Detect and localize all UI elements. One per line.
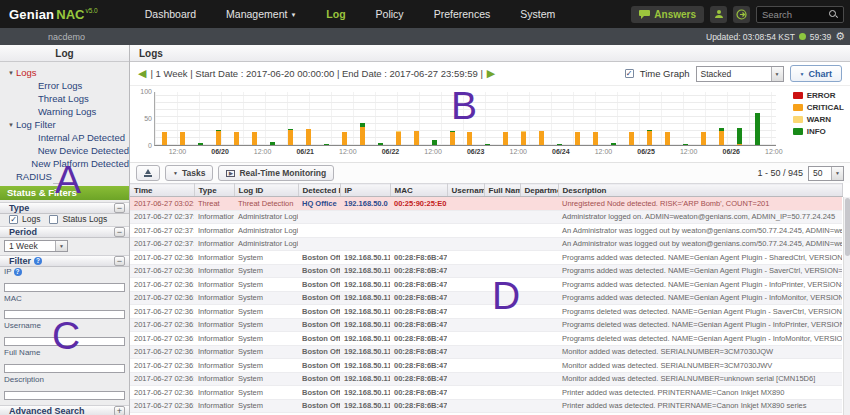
sidebar-item-warning-logs[interactable]: Warning Logs bbox=[0, 105, 129, 118]
period-section-header[interactable]: Period − bbox=[0, 226, 129, 238]
type-collapse-button[interactable]: − bbox=[114, 203, 125, 213]
table-row[interactable]: 2017-06-27 02:37:51InformationAdministra… bbox=[130, 210, 842, 224]
tree-item-label: Logs bbox=[16, 67, 37, 78]
sidebar-item-error-logs[interactable]: Error Logs bbox=[0, 79, 129, 92]
filter-help-icon[interactable]: ? bbox=[34, 257, 42, 265]
nav-system[interactable]: System bbox=[505, 8, 570, 20]
legend-label: WARN bbox=[807, 115, 831, 124]
answers-button[interactable]: Answers bbox=[631, 6, 704, 23]
chart-bar bbox=[342, 132, 347, 145]
cell-mac: 00:28:F8:6B:47:70 bbox=[390, 399, 447, 413]
table-row[interactable]: 2017-06-27 02:36:35InformationSystemBost… bbox=[130, 305, 842, 319]
column-header-username[interactable]: Username bbox=[447, 184, 484, 197]
sidebar-item-log-filter[interactable]: ▼Log Filter bbox=[0, 118, 129, 131]
table-row[interactable]: 2017-06-27 02:36:35InformationSystemBost… bbox=[130, 291, 842, 305]
updated-timestamp: Updated: 03:08:54 KST bbox=[706, 32, 795, 42]
column-header-detected-by[interactable]: Detected By bbox=[298, 184, 340, 197]
cell-type: Information bbox=[194, 318, 234, 332]
column-header-time[interactable]: Time bbox=[130, 184, 194, 197]
column-header-log-id[interactable]: Log ID bbox=[234, 184, 298, 197]
sidebar-item-logs[interactable]: ▼Logs bbox=[0, 66, 129, 79]
nav-management[interactable]: Management▼ bbox=[211, 8, 311, 20]
table-row[interactable]: 2017-06-27 02:36:35InformationSystemBost… bbox=[130, 332, 842, 346]
logs-checkbox[interactable]: ✓ bbox=[9, 215, 18, 224]
user-account-button[interactable] bbox=[710, 6, 727, 23]
table-row[interactable]: 2017-06-27 02:36:35InformationSystemBost… bbox=[130, 278, 842, 292]
column-header-type[interactable]: Type bbox=[194, 184, 234, 197]
sidebar-item-internal-ap-detected[interactable]: Internal AP Detected bbox=[0, 131, 129, 144]
chart-bar bbox=[432, 140, 437, 145]
table-row[interactable]: 2017-06-27 02:36:35InformationSystemBost… bbox=[130, 318, 842, 332]
nav-policy[interactable]: Policy bbox=[361, 8, 419, 20]
table-row[interactable]: 2017-06-27 02:36:35InformationSystemBost… bbox=[130, 264, 842, 278]
cell-detected bbox=[298, 224, 340, 238]
sidebar-item-new-device-detected[interactable]: New Device Detected bbox=[0, 144, 129, 157]
period-select[interactable]: 1 Week ▼ bbox=[4, 240, 68, 252]
column-header-full-name[interactable]: Full Name bbox=[484, 184, 520, 197]
tree-item-label: Internal AP Detected bbox=[38, 132, 125, 143]
cell-ip bbox=[340, 237, 390, 251]
table-row[interactable]: 2017-06-27 02:37:51InformationAdministra… bbox=[130, 224, 842, 238]
table-row[interactable]: 2017-06-27 02:36:25InformationSystemBost… bbox=[130, 372, 842, 386]
sidebar-collapse-handle[interactable] bbox=[53, 183, 77, 184]
nav-dashboard[interactable]: Dashboard bbox=[130, 8, 211, 20]
stack-mode-select[interactable]: Stacked ▼ bbox=[696, 66, 784, 82]
logout-button[interactable] bbox=[733, 6, 750, 23]
cell-dept bbox=[520, 399, 558, 413]
cell-ip: 192.168.50.113 bbox=[340, 291, 390, 305]
sidebar-item-new-platform-detected[interactable]: New Platform Detected bbox=[0, 157, 129, 170]
help-icon[interactable]: ? bbox=[14, 268, 22, 276]
cell-desc: An Administrator was logged out by weato… bbox=[558, 224, 842, 238]
realtime-monitoring-button[interactable]: ▶ Real-Time Monitoring bbox=[218, 165, 334, 181]
table-row[interactable]: 2017-06-27 03:02:22ThreatThreat Detectio… bbox=[130, 197, 842, 211]
type-section-header[interactable]: Type − bbox=[0, 202, 129, 214]
nav-log[interactable]: Log bbox=[311, 8, 360, 20]
full-name-input[interactable] bbox=[4, 364, 125, 373]
export-button[interactable] bbox=[136, 165, 160, 181]
period-collapse-button[interactable]: − bbox=[114, 227, 125, 237]
search-icon[interactable] bbox=[829, 10, 838, 19]
tree-expand-icon: ▼ bbox=[6, 122, 16, 128]
mac-input[interactable] bbox=[4, 310, 125, 319]
cell-type: Threat bbox=[194, 197, 234, 211]
gear-icon[interactable]: ⚙ bbox=[835, 30, 845, 43]
sidebar-item-threat-logs[interactable]: Threat Logs bbox=[0, 92, 129, 105]
column-header-ip[interactable]: IP bbox=[340, 184, 390, 197]
column-header-department[interactable]: Department bbox=[520, 184, 558, 197]
description-input[interactable] bbox=[4, 391, 125, 400]
table-row[interactable]: 2017-06-27 02:36:25InformationSystemBost… bbox=[130, 359, 842, 373]
chart-bar bbox=[216, 130, 221, 145]
sidebar-item-radius[interactable]: RADIUS bbox=[0, 170, 129, 183]
cell-full bbox=[484, 332, 520, 346]
status-logs-checkbox[interactable] bbox=[49, 215, 58, 224]
table-row[interactable]: 2017-06-27 02:36:35InformationSystemBost… bbox=[130, 251, 842, 265]
nav-preferences[interactable]: Preferences bbox=[419, 8, 506, 20]
tasks-button[interactable]: ▼ Tasks bbox=[165, 165, 213, 181]
time-graph-checkbox[interactable]: ✓ bbox=[625, 69, 634, 78]
site-breadcrumb[interactable]: nacdemo bbox=[48, 32, 85, 42]
search-input[interactable]: Search bbox=[756, 6, 844, 23]
chart-bar bbox=[575, 132, 580, 145]
column-header-mac[interactable]: MAC bbox=[390, 184, 447, 197]
cell-full bbox=[484, 264, 520, 278]
advanced-search-header[interactable]: Advanced Search + bbox=[0, 405, 129, 415]
filter-section-header[interactable]: Filter ? − bbox=[0, 255, 129, 267]
time-graph-chart: 050100 12:0006/2012:0006/2112:0006/2212:… bbox=[130, 86, 850, 162]
table-scrollbar[interactable] bbox=[843, 197, 850, 415]
table-row[interactable]: 2017-06-27 02:37:51InformationAdministra… bbox=[130, 237, 842, 251]
column-header-description[interactable]: Description bbox=[558, 184, 842, 197]
chart-button[interactable]: ▼ Chart bbox=[790, 65, 842, 82]
filter-collapse-button[interactable]: − bbox=[114, 256, 125, 266]
scrollbar-thumb[interactable] bbox=[845, 198, 850, 256]
cell-mac bbox=[390, 210, 447, 224]
table-row[interactable]: 2017-06-27 02:36:25InformationSystemBost… bbox=[130, 399, 842, 413]
advanced-search-expand-button[interactable]: + bbox=[114, 406, 125, 415]
username-input[interactable] bbox=[4, 337, 125, 346]
cell-logid: System bbox=[234, 251, 298, 265]
table-row[interactable]: 2017-06-27 02:36:25InformationSystemBost… bbox=[130, 345, 842, 359]
page-size-select[interactable]: 50 ▼ bbox=[808, 166, 844, 181]
table-row[interactable]: 2017-06-27 02:36:25InformationSystemBost… bbox=[130, 386, 842, 400]
ip-input[interactable] bbox=[4, 283, 125, 292]
previous-period-arrow[interactable]: ◀ bbox=[138, 68, 146, 79]
next-period-arrow[interactable]: ▶ bbox=[487, 68, 495, 79]
